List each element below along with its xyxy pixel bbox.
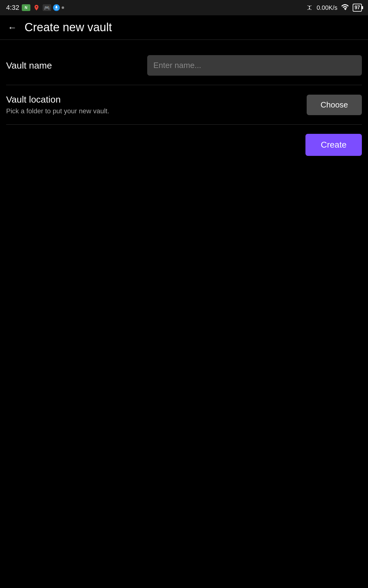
wifi-icon xyxy=(341,4,349,12)
notification-icon-n: N xyxy=(22,4,30,11)
battery-level: 97 xyxy=(355,5,360,10)
page-title: Create new vault xyxy=(25,21,112,34)
battery-indicator: 97 xyxy=(353,4,362,12)
back-arrow-icon: ← xyxy=(8,22,17,33)
choose-button[interactable]: Choose xyxy=(307,95,362,115)
app-header: ← Create new vault xyxy=(0,15,368,40)
vault-location-row: Vault location Pick a folder to put your… xyxy=(6,85,362,125)
status-bar: 4:32 N 🎮 ⯰ 0.00K/s 97 xyxy=(0,0,368,15)
back-button[interactable]: ← xyxy=(6,21,18,34)
vault-name-label: Vault name xyxy=(6,60,52,71)
content-area: Vault name Vault location Pick a folder … xyxy=(0,40,368,171)
status-time: 4:32 xyxy=(6,4,19,12)
bluetooth-icon: ⯰ xyxy=(307,4,313,11)
create-row: Create xyxy=(6,125,362,165)
status-icons: N 🎮 xyxy=(22,4,64,11)
vault-location-label: Vault location xyxy=(6,94,109,105)
dot-icon xyxy=(62,6,64,9)
game-icon: 🎮 xyxy=(43,4,51,11)
maps-icon xyxy=(32,4,41,11)
vault-location-subtitle: Pick a folder to put your new vault. xyxy=(6,107,109,115)
location-info: Vault location Pick a folder to put your… xyxy=(6,94,109,115)
vault-name-row: Vault name xyxy=(6,46,362,85)
status-bar-left: 4:32 N 🎮 xyxy=(6,4,64,12)
network-speed: 0.00K/s xyxy=(316,4,337,11)
create-button[interactable]: Create xyxy=(305,134,362,156)
vault-name-input[interactable] xyxy=(147,55,362,76)
status-bar-right: ⯰ 0.00K/s 97 xyxy=(307,4,362,12)
download-icon xyxy=(53,4,60,11)
